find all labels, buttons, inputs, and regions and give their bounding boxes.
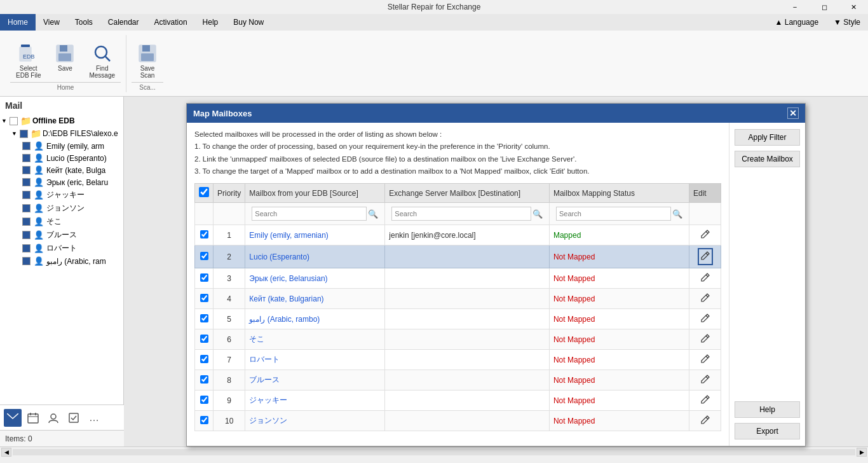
minimize-button[interactable]: − [780,0,810,14]
modal-close-button[interactable]: ✕ [787,107,799,119]
scroll-left-button[interactable]: ◀ [1,448,11,457]
tab-view[interactable]: View [36,14,67,31]
tab-buy-now[interactable]: Buy Now [226,14,271,31]
row-checkbox[interactable] [200,396,208,404]
row-source: ブルース [245,370,385,390]
tree-checkbox-user[interactable] [22,142,31,150]
find-message-button[interactable]: FindMessage [83,40,121,82]
save-button[interactable]: Save [49,40,81,75]
ribbon-group-scan: SaveScan Sca... [126,35,168,92]
row-edit-button[interactable] [699,332,712,347]
table-row[interactable]: 10 ジョンソン Not Mapped [195,411,721,431]
row-checkbox-cell [195,268,214,289]
scroll-track[interactable] [13,449,855,455]
row-checkbox-cell [195,390,214,411]
mail-nav-icon[interactable] [4,409,22,427]
export-button[interactable]: Export [735,423,800,439]
calendar-nav-icon[interactable] [24,409,42,427]
tab-language[interactable]: ▲ Language [768,14,827,31]
row-edit-button[interactable] [699,312,712,326]
row-edit-button[interactable] [699,291,712,306]
row-edit-button[interactable] [699,271,712,286]
tree-checkbox-user[interactable] [22,178,31,186]
row-edit-button[interactable] [699,352,712,367]
contacts-nav-icon[interactable] [44,409,62,427]
search-status-input[interactable] [556,207,671,221]
sidebar: Mail ▼ 📁 Offline EDB ▼ 📁 D:\EDB FILES\al… [0,97,124,446]
modal-main: Selected mailboxes will be processed in … [187,123,729,446]
row-checkbox[interactable] [200,416,208,424]
tab-style[interactable]: ▼ Style [826,14,868,31]
tree-item-user[interactable]: 👤 ジョンソン [18,202,123,215]
table-row[interactable]: 7 ロバート Not Mapped [195,350,721,370]
row-checkbox[interactable] [200,252,208,260]
create-mailbox-button[interactable]: Create Mailbox [735,151,800,167]
row-edit-button[interactable] [698,248,713,265]
tree-item-user[interactable]: 👤 رامبو (Arabic, ram [18,255,123,267]
tree-item-user[interactable]: 👤 ロバート [18,242,123,255]
tab-tools[interactable]: Tools [67,14,100,31]
row-checkbox[interactable] [200,273,208,282]
table-row[interactable]: 3 Эрык (eric, Belarusian) Not Mapped [195,268,721,289]
search-destination-input[interactable] [391,207,531,221]
restore-button[interactable]: ◻ [810,0,839,14]
row-checkbox[interactable] [200,375,208,384]
tree-checkbox-user[interactable] [22,204,31,212]
tree-checkbox-user[interactable] [22,166,31,174]
search-status-icon[interactable]: 🔍 [672,209,682,219]
row-checkbox[interactable] [200,230,208,238]
tree-item-user[interactable]: 👤 ブルース [18,228,123,242]
tree-item-user[interactable]: 👤 ジャッキー [18,188,123,202]
tab-home[interactable]: Home [0,14,36,31]
tree-checkbox-user[interactable] [22,154,31,162]
tree-item-db[interactable]: ▼ 📁 D:\EDB FILES\alexo.e [9,127,123,140]
row-edit-button[interactable] [699,413,712,428]
scrollbar-area[interactable]: ◀ ▶ [0,446,868,457]
tree-item-user[interactable]: 👤 Lucio (Esperanto) [18,152,123,164]
tree-checkbox-user[interactable] [22,191,31,199]
search-source-input[interactable] [252,207,367,221]
table-row[interactable]: 1 Emily (emily, armenian) jenkin [jenkin… [195,225,721,245]
row-priority: 5 [214,309,245,329]
row-priority: 4 [214,289,245,309]
table-row[interactable]: 5 رامبو (Arabic, rambo) Not Mapped [195,309,721,329]
tree-checkbox-user[interactable] [22,218,31,226]
apply-filter-button[interactable]: Apply Filter [735,129,800,146]
tree-item-user[interactable]: 👤 Эрык (eric, Belaru [18,176,123,188]
scroll-right-button[interactable]: ▶ [857,448,867,457]
tree-item-user[interactable]: 👤 そこ [18,215,123,228]
select-edb-button[interactable]: EDB SelectEDB File [10,40,46,82]
row-checkbox[interactable] [200,314,208,322]
table-row[interactable]: 9 ジャッキー Not Mapped [195,390,721,411]
save-scan-icon [137,43,158,64]
row-checkbox[interactable] [200,335,208,343]
tree-item-user[interactable]: 👤 Emily (emily, arm [18,140,123,152]
row-edit-button[interactable] [699,393,712,408]
more-nav-icon[interactable]: … [85,409,103,427]
find-message-label: FindMessage [89,65,115,79]
select-all-checkbox[interactable] [199,187,209,197]
tree-item-offline-edb[interactable]: ▼ 📁 Offline EDB [0,114,123,127]
row-edit-button[interactable] [699,228,712,242]
tree-checkbox-user[interactable] [22,257,31,265]
save-scan-button[interactable]: SaveScan [132,40,163,82]
row-edit-button[interactable] [699,373,712,387]
row-checkbox[interactable] [200,355,208,363]
table-row[interactable]: 8 ブルース Not Mapped [195,370,721,390]
close-button[interactable]: ✕ [839,0,868,14]
table-row[interactable]: 2 Lucio (Esperanto) Not Mapped [195,245,721,268]
tasks-nav-icon[interactable] [65,409,83,427]
table-row[interactable]: 4 Кейт (kate, Bulgarian) Not Mapped [195,289,721,309]
table-row[interactable]: 6 そこ Not Mapped [195,329,721,350]
tab-help[interactable]: Help [195,14,226,31]
tab-activation[interactable]: Activation [147,14,195,31]
tree-checkbox-user[interactable] [22,231,31,239]
tree-checkbox-user[interactable] [22,244,31,252]
row-checkbox[interactable] [200,294,208,302]
search-source-icon[interactable]: 🔍 [368,209,378,219]
tab-calendar[interactable]: Calendar [100,14,147,31]
tree-item-user[interactable]: 👤 Кейт (kate, Bulga [18,164,123,176]
help-button[interactable]: Help [735,401,800,418]
search-destination-icon[interactable]: 🔍 [532,209,543,219]
ribbon-tabs: Home View Tools Calendar Activation Help… [0,14,868,31]
